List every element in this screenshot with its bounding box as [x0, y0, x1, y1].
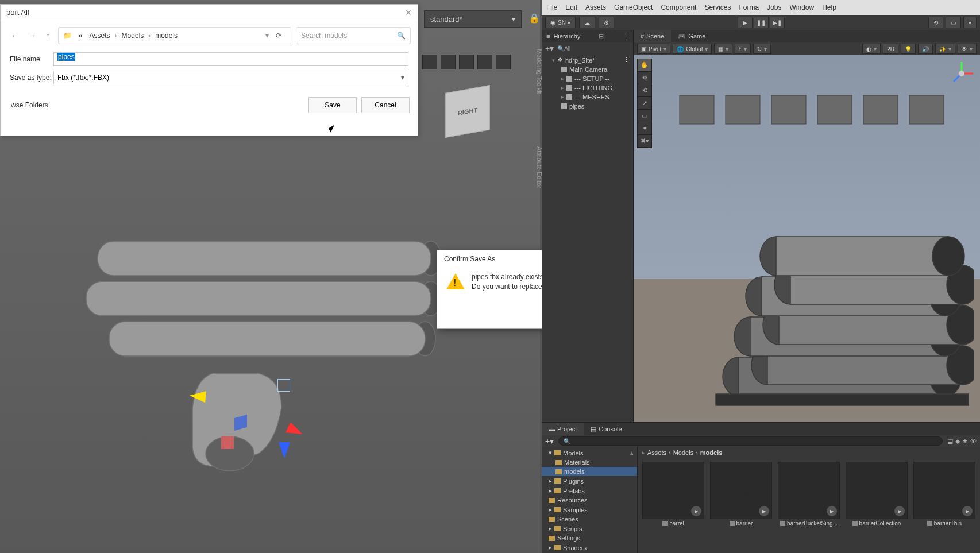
add-icon[interactable]: +▾ — [545, 44, 554, 53]
bc-dropdown-icon[interactable]: ▾ — [265, 32, 269, 40]
asset-barrierthin[interactable]: ▶ barrierThin — [913, 462, 975, 550]
gizmo-y-axis[interactable] — [279, 442, 290, 458]
filter-by-type-icon[interactable]: ⬓ — [947, 438, 953, 445]
pivot-dropdown[interactable]: ▣Pivot — [637, 44, 670, 54]
play-button[interactable]: ▶ — [738, 17, 753, 28]
tree-models2[interactable]: models — [542, 467, 637, 476]
hierarchy-filter[interactable]: All — [564, 45, 570, 52]
hier-camera[interactable]: Main Camera — [542, 65, 633, 74]
back-icon[interactable]: ← — [11, 31, 19, 40]
asset-grid[interactable]: ▶ barrel ▶ barrier ▶ barrierBucketSing..… — [638, 458, 980, 553]
transform-tool-icon[interactable]: ✦ — [638, 122, 651, 135]
tree-prefabs[interactable]: ▸Prefabs — [542, 486, 637, 496]
scene-pipes[interactable] — [670, 216, 974, 423]
hand-tool-icon[interactable]: ✋ — [638, 59, 651, 72]
search-models-input[interactable]: Search models 🔍 — [296, 27, 411, 44]
viewcube[interactable]: RIGHT — [445, 89, 497, 152]
refresh-icon[interactable]: ⟳ — [271, 32, 286, 40]
pbc-models2[interactable]: models — [700, 449, 723, 456]
snap-rotation-icon[interactable]: ↻ — [753, 44, 771, 54]
project-breadcrumb[interactable]: ▸Assets ›Models ›models — [638, 447, 980, 458]
project-folder-tree[interactable]: ▾Models▴ Materials models ▸Plugins ▸Pref… — [542, 447, 638, 553]
file-name-input[interactable]: pipes — [53, 52, 408, 66]
shelf-btn-5[interactable] — [496, 55, 511, 69]
layout-icon[interactable]: ▾ — [963, 17, 977, 28]
play-preview-icon[interactable]: ▶ — [759, 506, 769, 516]
save-type-select[interactable]: Fbx (*.fbx;*.FBX) — [53, 71, 408, 84]
menu-component[interactable]: Component — [661, 3, 696, 11]
close-icon[interactable]: ✕ — [405, 8, 412, 17]
workspace-selector[interactable]: standard* — [424, 10, 522, 28]
hier-setup[interactable]: ▸--- SETUP -- — [542, 74, 633, 83]
hier-scene[interactable]: ▾❖hdrp_Site*⋮ — [542, 55, 633, 65]
menu-window[interactable]: Window — [790, 3, 815, 11]
asset-barrier[interactable]: ▶ barrier — [710, 462, 772, 550]
game-tab[interactable]: 🎮Game — [671, 30, 712, 42]
scene-menu-icon[interactable]: ⋮ — [623, 56, 630, 64]
save-search-icon[interactable]: ★ — [962, 438, 968, 445]
fx-toggle-icon[interactable]: ✨ — [935, 44, 955, 54]
draw-mode-icon[interactable]: ◐ — [862, 44, 881, 54]
grid-snap-icon[interactable]: ▦ — [714, 44, 732, 54]
tree-materials[interactable]: Materials — [542, 458, 637, 467]
shelf-btn-3[interactable] — [459, 55, 474, 69]
gizmo-center[interactable] — [277, 379, 290, 392]
gizmo-plane-yz[interactable] — [221, 436, 234, 449]
menu-gameobject[interactable]: GameObject — [614, 3, 653, 11]
snap-increment-icon[interactable]: ⫯ — [735, 44, 751, 54]
play-preview-icon[interactable]: ▶ — [962, 506, 973, 516]
lock-icon[interactable]: 🔒 — [528, 13, 540, 24]
asset-barrierbucket[interactable]: ▶ barrierBucketSing... — [778, 462, 840, 550]
pbc-models[interactable]: Models — [673, 449, 693, 456]
breadcrumb-bar[interactable]: 📁 « Assets› Models› models ▾ ⟳ — [58, 27, 291, 44]
gizmo-x-axis[interactable] — [285, 422, 305, 439]
up-icon[interactable]: ↑ — [46, 31, 50, 40]
settings-icon[interactable]: ⚙ — [599, 17, 614, 28]
hidden-packages-icon[interactable]: 👁 — [970, 438, 977, 445]
hier-lighting[interactable]: ▸--- LIGHTING — [542, 83, 633, 92]
menu-assets[interactable]: Assets — [585, 3, 606, 11]
viewcube-face[interactable]: RIGHT — [445, 85, 490, 138]
hier-pipes[interactable]: pipes — [542, 102, 633, 111]
audio-toggle-icon[interactable]: 🔊 — [918, 44, 933, 54]
cloud-icon[interactable]: ☁ — [579, 17, 595, 28]
asset-barriercollection[interactable]: ▶ barrierCollection — [846, 462, 908, 550]
gizmo-z-axis[interactable] — [189, 390, 206, 403]
global-dropdown[interactable]: 🌐Global — [673, 44, 712, 54]
save-button[interactable]: Save — [308, 97, 357, 113]
tree-scenes[interactable]: Scenes — [542, 515, 637, 524]
cancel-button[interactable]: Cancel — [361, 97, 410, 113]
asset-barrel[interactable]: ▶ barrel — [642, 462, 704, 550]
hierarchy-tab[interactable]: ≡Hierarchy⊞⋮ — [542, 30, 633, 42]
play-preview-icon[interactable]: ▶ — [894, 506, 905, 516]
step-button[interactable]: ▶❚ — [770, 17, 785, 28]
play-preview-icon[interactable]: ▶ — [827, 506, 837, 516]
tree-resources[interactable]: Resources — [542, 496, 637, 505]
bc-models2[interactable]: models — [153, 32, 180, 40]
menu-help[interactable]: Help — [822, 3, 836, 11]
move-tool-icon[interactable]: ✥ — [638, 72, 651, 84]
rotate-tool-icon[interactable]: ⟲ — [638, 84, 651, 97]
pbc-assets[interactable]: Assets — [647, 449, 666, 456]
console-tab[interactable]: ▤Console — [584, 423, 628, 435]
layers-icon[interactable]: ▭ — [946, 17, 961, 28]
undo-history-icon[interactable]: ⟲ — [928, 17, 943, 28]
menu-jobs[interactable]: Jobs — [767, 3, 781, 11]
tree-settings[interactable]: Settings — [542, 533, 637, 543]
tree-scripts[interactable]: ▸Scripts — [542, 524, 637, 533]
create-asset-icon[interactable]: +▾ — [545, 436, 554, 446]
scene-tab[interactable]: #Scene — [634, 30, 671, 42]
project-search-input[interactable]: 🔍 — [558, 436, 943, 446]
menu-edit[interactable]: Edit — [565, 3, 577, 11]
menu-file[interactable]: File — [546, 3, 557, 11]
lighting-toggle-icon[interactable]: 💡 — [901, 44, 916, 54]
hier-meshes[interactable]: ▸--- MESHES — [542, 92, 633, 102]
pause-button[interactable]: ❚❚ — [754, 17, 769, 28]
bc-assets[interactable]: Assets — [87, 32, 113, 40]
panel-menu-icon[interactable]: ⋮ — [622, 33, 628, 40]
tree-shaders[interactable]: ▸Shaders — [542, 543, 637, 552]
forward-icon[interactable]: → — [28, 31, 36, 40]
tree-models[interactable]: ▾Models▴ — [542, 448, 637, 458]
filter-by-label-icon[interactable]: ◆ — [955, 438, 960, 445]
gizmo-plane-xz[interactable] — [234, 415, 247, 431]
